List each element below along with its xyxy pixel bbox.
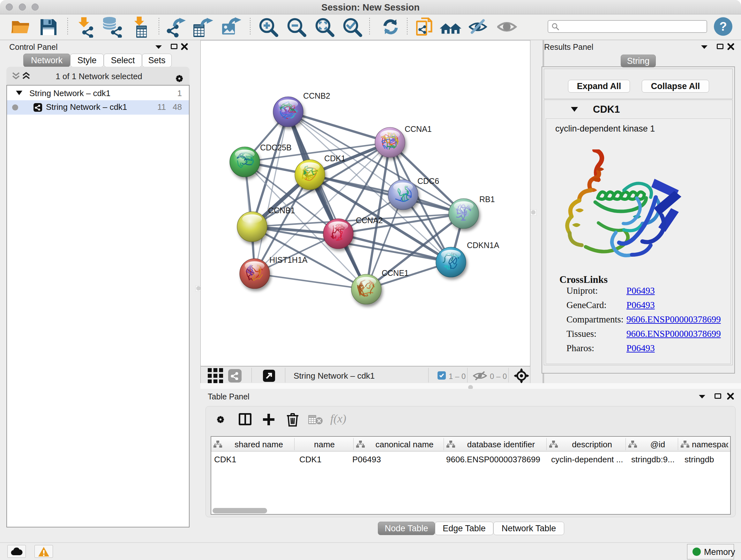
svg-text:CDKN1A: CDKN1A	[467, 241, 499, 250]
svg-text:CCNB1: CCNB1	[268, 206, 295, 215]
svg-text:CCNA1: CCNA1	[405, 125, 432, 133]
svg-text:CCNA2: CCNA2	[356, 216, 383, 225]
svg-text:CCNE1: CCNE1	[382, 268, 409, 277]
svg-text:RB1: RB1	[479, 195, 495, 204]
svg-text:CDC6: CDC6	[417, 177, 439, 186]
svg-text:CDK1: CDK1	[324, 154, 346, 163]
svg-text:?: ?	[719, 20, 727, 33]
svg-text:CDC25B: CDC25B	[260, 143, 292, 152]
svg-text:HIST1H1A: HIST1H1A	[269, 255, 308, 264]
svg-text:CCNB2: CCNB2	[303, 91, 330, 100]
